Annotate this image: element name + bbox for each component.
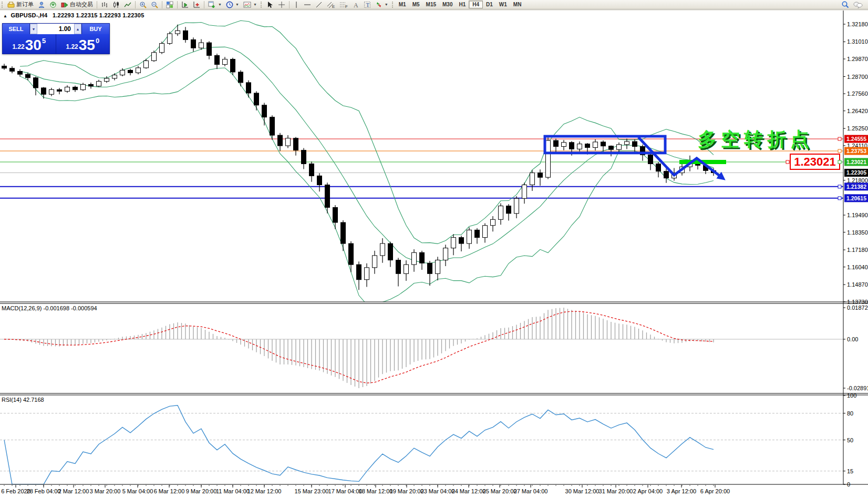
rsi-axis-label: 80 [847, 410, 853, 417]
zoom-in-icon [139, 1, 147, 8]
autotrading-button[interactable]: 自动交易 [59, 1, 95, 9]
bar-chart-button[interactable] [99, 1, 110, 9]
templates-button[interactable]: ▼ [241, 1, 259, 9]
svg-text:A: A [354, 1, 358, 8]
line-anchor [838, 185, 841, 188]
fibonacci-button[interactable]: F [337, 1, 350, 9]
price-badge-label: 1.20615 [846, 195, 866, 201]
timeframe-button-h1[interactable]: H1 [456, 1, 469, 8]
tile-windows-icon [166, 1, 173, 8]
time-tick-label: 18 Mar 12:00 [359, 488, 393, 494]
zoom-out-button[interactable] [149, 1, 160, 9]
price-tick-label: 1.13730 [847, 299, 868, 305]
line-chart-icon [124, 1, 131, 8]
timeframe-button-m1[interactable]: M1 [396, 1, 409, 8]
periods-button[interactable]: ▼ [224, 1, 241, 9]
volume-increase-button[interactable]: ▲ [74, 24, 81, 34]
price-tick-label: 1.29870 [847, 56, 868, 62]
time-tick-label: 5 Mar 04:00 [122, 488, 153, 494]
chevron-down-icon: ▼ [253, 3, 257, 6]
zoom-in-button[interactable] [137, 1, 149, 9]
new-order-label: 新订单 [16, 1, 34, 8]
sell-button[interactable]: SELL [3, 24, 30, 34]
line-anchor [838, 149, 841, 153]
sell-price[interactable]: 1.22 30 5 [3, 34, 56, 54]
time-tick-label: 3 Apr 12:00 [667, 488, 696, 494]
crosshair-icon [278, 1, 285, 8]
autotrading-label: 自动交易 [70, 1, 93, 8]
indicator-add-button[interactable] [191, 1, 202, 9]
timeframe-button-mn[interactable]: MN [510, 1, 525, 8]
time-tick-label: 15 Mar 23:00 [295, 488, 329, 494]
arrows-button[interactable]: ▼ [373, 1, 390, 9]
horizontal-line-button[interactable] [302, 1, 313, 9]
time-tick-label: 25 Mar 20:00 [483, 488, 517, 494]
add-indicator-button[interactable]: ▼ [206, 1, 224, 9]
price-badge-label: 1.22305 [846, 169, 866, 176]
vertical-line-icon [293, 1, 299, 8]
toolbar-grip [261, 2, 263, 8]
search-button[interactable] [839, 1, 851, 9]
cursor-icon [266, 1, 274, 8]
crosshair-button[interactable] [276, 1, 287, 9]
text-label-button[interactable]: T [361, 1, 373, 9]
symbol-period-label: GBPUSD-,H4 [11, 12, 47, 18]
price-badge-label: 1.23753 [846, 148, 866, 154]
rsi-axis-label: 50 [847, 437, 853, 443]
collapse-icon[interactable]: ▲ [3, 14, 7, 18]
price-tick-label: 1.16040 [847, 264, 868, 270]
toolbar-separator [135, 1, 136, 8]
rsi-axis-label: 100 [847, 392, 856, 399]
time-tick-label: 23 Mar 04:00 [421, 488, 455, 494]
time-tick-label: 6 Apr 20:00 [700, 488, 730, 494]
buy-price-sup: 0 [96, 37, 99, 45]
text-button[interactable]: A [350, 1, 361, 9]
macd-label: MACD(12,26,9) -0.001698 -0.000594 [2, 305, 97, 311]
trendline-button[interactable] [313, 1, 325, 9]
timeframe-button-w1[interactable]: W1 [496, 1, 510, 8]
volume-field[interactable]: 1.00 [37, 24, 74, 34]
text-icon: A [352, 1, 359, 8]
macd-axis-label: 0.00 [847, 336, 858, 342]
new-order-button[interactable]: 新订单 [5, 1, 36, 9]
price-tick-label: 1.31010 [847, 38, 868, 45]
buy-button[interactable]: BUY [81, 24, 109, 34]
strategy-tester-button[interactable] [179, 1, 191, 9]
chart-area[interactable]: 多空转折点多空转折点1.230211.321801.310101.298701.… [0, 0, 868, 497]
svg-text:T: T [366, 2, 369, 8]
equidistant-channel-icon: E [327, 1, 335, 8]
cursor-button[interactable] [264, 1, 276, 9]
community-button[interactable] [851, 1, 865, 9]
market-watch-button[interactable] [36, 1, 47, 9]
timeframe-button-h4[interactable]: H4 [469, 1, 483, 8]
time-tick-label: 19 Mar 20:00 [390, 488, 424, 494]
buy-price[interactable]: 1.22 35 0 [56, 34, 110, 54]
symbol-bar: ▲ GBPUSD-,H4 1.22293 1.22315 1.22293 1.2… [3, 12, 144, 18]
equidistant-channel-button[interactable]: E [325, 1, 337, 9]
toolbar-separator [97, 1, 97, 8]
main-toolbar: 新订单 自动交易 [0, 0, 868, 9]
time-tick-label: 2 Mar 12:00 [58, 488, 89, 494]
timeframe-button-m30[interactable]: M30 [439, 1, 456, 8]
toolbar-separator [162, 1, 162, 8]
signals-button[interactable] [47, 1, 59, 9]
line-chart-button[interactable] [122, 1, 133, 9]
tile-windows-button[interactable] [164, 1, 175, 9]
price-tick-label: 1.17180 [847, 247, 868, 253]
horizontal-line-icon [304, 1, 311, 8]
vertical-line-button[interactable] [291, 1, 302, 9]
rsi-axis-label: 15 [847, 468, 853, 474]
timeframe-button-m15[interactable]: M15 [423, 1, 439, 8]
time-axis[interactable]: 6 Feb 202028 Feb 04:002 Mar 12:003 Mar 2… [1, 485, 730, 494]
autotrading-icon [61, 1, 68, 8]
macd-axis-label: 0.018721 [847, 305, 868, 311]
time-tick-label: 2 Apr 04:00 [633, 488, 663, 494]
timeframe-button-m5[interactable]: M5 [409, 1, 423, 8]
volume-decrease-button[interactable]: ▼ [30, 24, 37, 34]
price-chart[interactable]: 多空转折点多空转折点1.230211.321801.310101.298701.… [0, 0, 868, 497]
time-tick-label: 24 Mar 12:00 [452, 488, 486, 494]
timeframe-button-d1[interactable]: D1 [483, 1, 496, 8]
timeframe-toolbar: M1M5M15M30H1H4D1W1MN [396, 1, 525, 8]
candlestick-chart-button[interactable] [110, 1, 122, 9]
price-badge-label: 1.23021 [846, 159, 866, 165]
